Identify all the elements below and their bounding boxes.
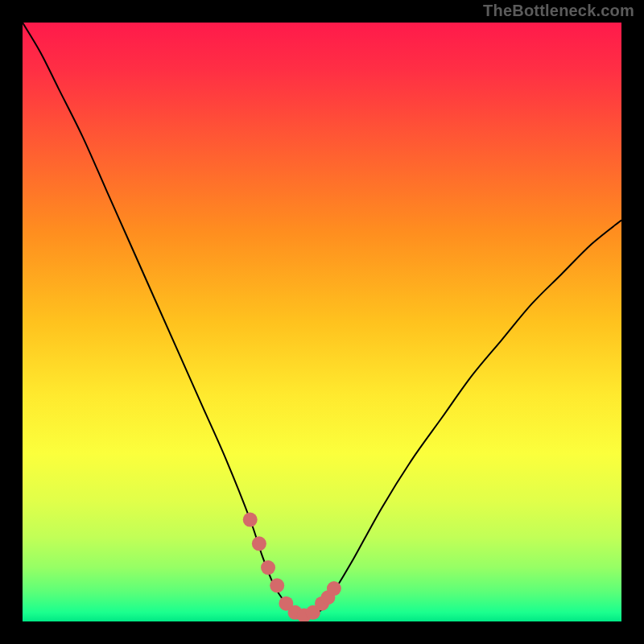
optimal-marker bbox=[243, 513, 258, 527]
chart-frame: TheBottleneck.com bbox=[0, 0, 644, 644]
watermark-text: TheBottleneck.com bbox=[483, 2, 634, 20]
optimal-marker bbox=[270, 578, 284, 592]
optimal-marker bbox=[327, 581, 341, 596]
plot-area bbox=[23, 23, 621, 621]
optimal-marker bbox=[252, 536, 266, 551]
background-gradient bbox=[23, 23, 621, 621]
optimal-marker bbox=[261, 560, 275, 575]
plot-svg bbox=[23, 23, 621, 621]
